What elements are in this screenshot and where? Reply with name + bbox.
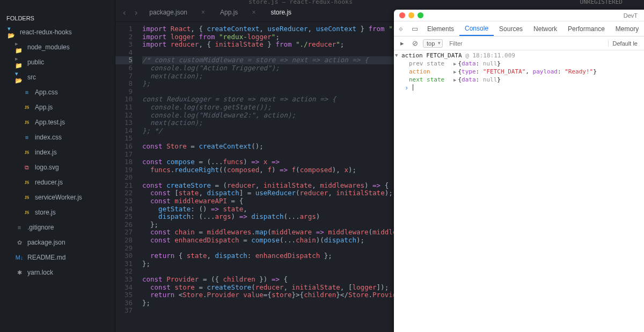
tree-item-sw[interactable]: JSserviceWorker.js <box>0 190 115 205</box>
console-prompt[interactable]: › <box>394 84 644 92</box>
devtools-tab-memory[interactable]: Memory <box>610 21 644 36</box>
nav-forward-icon[interactable]: › <box>130 8 142 18</box>
tree-item-yarn[interactable]: ✱yarn.lock <box>0 265 115 280</box>
tree-item-logosvg[interactable]: ⧉logo.svg <box>0 160 115 175</box>
devtools-panel: DevT ⟐ ▭ ElementsConsoleSourcesNetworkPe… <box>394 10 644 332</box>
clear-icon[interactable]: ⊘ <box>410 39 420 47</box>
tree-item-reducer[interactable]: JSreducer.js <box>0 175 115 190</box>
play-icon[interactable]: ▸ <box>397 39 407 47</box>
tree-item-src[interactable]: ▾📂src <box>0 70 115 85</box>
disclosure-icon[interactable]: ▼ <box>395 53 398 58</box>
console-toolbar: ▸ ⊘ top Default le <box>394 36 644 50</box>
sidebar-heading: FOLDERS <box>0 10 115 25</box>
tree-item-public[interactable]: ▸📁public <box>0 55 115 70</box>
folder-sidebar: FOLDERS ▾📂react-redux-hooks▸📁node_module… <box>0 0 115 332</box>
tab-store-js[interactable]: store.js <box>263 3 299 21</box>
devtools-titlebar: DevT <box>394 10 644 21</box>
devtools-tab-elements[interactable]: Elements <box>422 21 459 36</box>
window-titlebar: store.js — react-redux-hooks UNREGISTERE… <box>0 0 644 8</box>
filter-input[interactable] <box>446 40 604 47</box>
minimize-icon[interactable] <box>408 12 414 18</box>
log-row-action: action ▶{type: "FETCH_DATA", payload: "R… <box>394 68 644 76</box>
devtools-tab-console[interactable]: Console <box>459 21 494 36</box>
inspect-icon[interactable]: ⟐ <box>394 25 408 33</box>
line-gutter: 1234567891011121314151617181920212223242… <box>115 22 137 332</box>
tree-root[interactable]: ▾📂react-redux-hooks <box>0 25 115 40</box>
devtools-tab-network[interactable]: Network <box>528 21 562 36</box>
tree-item-node_modules[interactable]: ▸📁node_modules <box>0 40 115 55</box>
devtools-tab-sources[interactable]: Sources <box>494 21 528 36</box>
log-row-next-state: next state ▶{data: null} <box>394 76 644 84</box>
unregistered-label: UNREGISTERED <box>580 0 623 5</box>
device-icon[interactable]: ▭ <box>408 25 422 33</box>
tree-item-appcss[interactable]: ≡App.css <box>0 85 115 100</box>
tree-item-apptest[interactable]: JSApp.test.js <box>0 115 115 130</box>
tab-app-js[interactable]: App.js× <box>213 3 263 21</box>
log-group-header[interactable]: ▼ action FETCH_DATA @ 18:18:11.009 <box>394 51 644 60</box>
devtools-tabs: ⟐ ▭ ElementsConsoleSourcesNetworkPerform… <box>394 21 644 36</box>
levels-select[interactable]: Default le <box>608 40 642 47</box>
close-tab-icon[interactable]: × <box>201 9 205 16</box>
tree-item-store[interactable]: JSstore.js <box>0 205 115 220</box>
close-tab-icon[interactable]: × <box>252 9 255 16</box>
close-icon[interactable] <box>399 12 405 18</box>
context-select[interactable]: top <box>423 39 443 48</box>
devtools-title: DevT <box>427 12 640 19</box>
tree-item-pkg[interactable]: ✿package.json <box>0 235 115 250</box>
tree-item-indexcss[interactable]: ≡index.css <box>0 130 115 145</box>
devtools-tab-performance[interactable]: Performance <box>562 21 610 36</box>
tree-item-appjs[interactable]: JSApp.js <box>0 100 115 115</box>
tree-item-indexjs[interactable]: JSindex.js <box>0 145 115 160</box>
tab-package-json[interactable]: package.json× <box>142 3 213 21</box>
log-row-prev-state: prev state ▶{data: null} <box>394 60 644 68</box>
zoom-icon[interactable] <box>418 12 423 18</box>
tree-item-gitignore[interactable]: ≡.gitignore <box>0 220 115 235</box>
nav-back-icon[interactable]: ‹ <box>119 8 130 18</box>
console-log[interactable]: ▼ action FETCH_DATA @ 18:18:11.009 prev … <box>394 50 644 332</box>
tree-item-readme[interactable]: M↓README.md <box>0 250 115 265</box>
